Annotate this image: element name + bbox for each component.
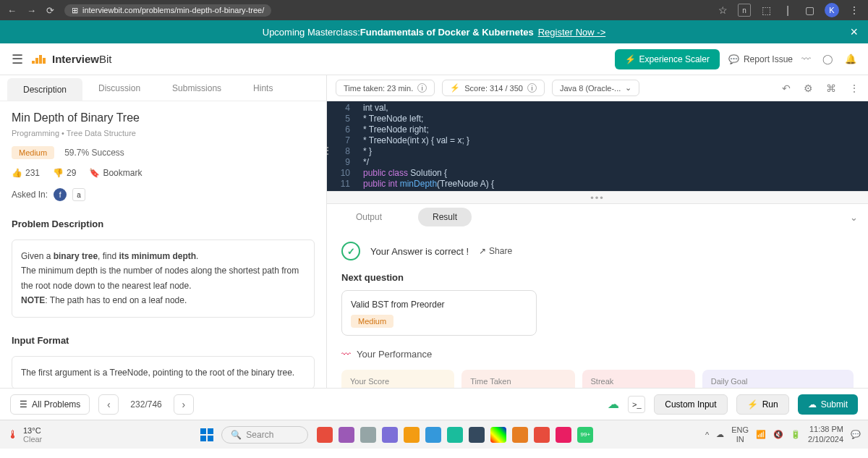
taskbar-brave[interactable] — [512, 427, 528, 443]
activity-icon[interactable]: 〰 — [801, 54, 811, 64]
svg-rect-10 — [200, 436, 206, 441]
clock[interactable]: 11:38 PM2/10/2024 — [808, 425, 843, 444]
extensions-icon[interactable]: ⬚ — [760, 4, 773, 17]
star-icon[interactable]: ☆ — [716, 4, 729, 17]
run-button[interactable]: ⚡Run — [736, 394, 789, 415]
taskbar-badge[interactable]: 99+ — [577, 427, 593, 443]
taskbar-app-2[interactable] — [339, 427, 354, 443]
report-issue-button[interactable]: 💬 Report Issue — [728, 54, 793, 64]
problem-title: Min Depth of Binary Tree — [12, 111, 315, 124]
bookmark-icon: 🔖 — [89, 168, 100, 178]
upvote-button[interactable]: 👍231 — [12, 168, 40, 178]
success-rate: 59.7% Success — [64, 148, 124, 158]
taskbar-app-3[interactable] — [360, 427, 376, 443]
banner-close-icon[interactable]: × — [850, 25, 858, 40]
url-text: interviewbit.com/problems/min-depth-of-b… — [82, 6, 264, 14]
correct-message: Your Answer is correct ! — [370, 246, 469, 257]
experience-label: Experience Scaler — [639, 54, 710, 64]
time-taken-chip: Time taken: 23 min.i — [336, 80, 435, 96]
taskbar-app-4[interactable] — [382, 427, 398, 443]
facebook-icon[interactable]: f — [54, 188, 67, 201]
code-editor[interactable]: 4567891011 int val, * TreeNode left; * T… — [327, 101, 868, 191]
taskbar-search[interactable]: 🔍Search — [221, 426, 308, 444]
svg-rect-3 — [39, 55, 42, 58]
bolt-icon: ⚡ — [450, 83, 460, 93]
code-panel: Time taken: 23 min.i ⚡Score: 314 / 350i … — [327, 75, 868, 388]
settings-icon[interactable]: ⚙ — [804, 82, 813, 94]
svg-rect-8 — [200, 428, 206, 434]
next-difficulty-badge: Medium — [351, 315, 393, 328]
chevron-down-icon[interactable]: ⌄ — [850, 212, 858, 223]
taskbar-app-7[interactable] — [447, 427, 463, 443]
bookmark-button[interactable]: 🔖Bookmark — [89, 168, 142, 178]
logo-text-1: Interview — [52, 53, 99, 65]
tab-result[interactable]: Result — [418, 208, 472, 226]
promo-banner: Upcoming Masterclass: Fundamentals of Do… — [0, 20, 868, 43]
all-problems-button[interactable]: ☰ All Problems — [10, 394, 90, 415]
taskbar-app-10[interactable] — [556, 427, 571, 443]
weather-icon: 🌡 — [7, 428, 19, 441]
tab-hints[interactable]: Hints — [237, 75, 289, 101]
prev-problem-button[interactable]: ‹ — [98, 394, 119, 415]
keyboard-icon[interactable]: ⌘ — [826, 82, 836, 94]
banner-cta-link[interactable]: Register Now -> — [538, 27, 606, 38]
reload-icon[interactable]: ⟳ — [46, 5, 54, 16]
profile-avatar[interactable]: K — [825, 3, 839, 17]
language-select[interactable]: Java 8 (Oracle-...⌄ — [552, 80, 639, 96]
amazon-icon[interactable]: a — [72, 188, 85, 201]
share-button[interactable]: ↗Share — [479, 246, 512, 256]
custom-input-button[interactable]: Custom Input — [654, 394, 727, 415]
url-bar[interactable]: ⊞ interviewbit.com/problems/min-depth-of… — [64, 4, 271, 17]
resize-handle-icon[interactable]: ⋮ — [323, 145, 333, 156]
tab-discussion[interactable]: Discussion — [82, 75, 156, 101]
taskbar-app-6[interactable] — [425, 427, 441, 443]
taskbar-chrome[interactable] — [490, 427, 506, 443]
volume-icon[interactable]: 🔇 — [773, 430, 783, 439]
chat-icon: 💬 — [728, 54, 739, 64]
info-icon[interactable]: i — [417, 83, 427, 93]
tab-output[interactable]: Output — [341, 208, 396, 226]
weather-widget[interactable]: 🌡 13°CClear — [7, 426, 42, 444]
horizontal-resize-handle[interactable]: ••• — [327, 191, 868, 204]
menu-icon[interactable]: ⋮ — [848, 4, 861, 17]
terminal-icon[interactable]: >_ — [628, 396, 645, 413]
sync-icon[interactable]: ☁ — [608, 397, 619, 411]
downvote-button[interactable]: 👎29 — [53, 168, 76, 178]
taskbar-app-9[interactable] — [534, 427, 550, 443]
undo-icon[interactable]: ↶ — [782, 82, 791, 94]
logo-text-2: Bit — [99, 53, 112, 65]
next-problem-button[interactable]: › — [174, 394, 194, 415]
taskbar-app-5[interactable] — [404, 427, 420, 443]
difficulty-badge: Medium — [12, 146, 54, 159]
more-icon[interactable]: ⋮ — [849, 82, 859, 94]
tab-counter[interactable]: n — [738, 4, 751, 17]
tab-description[interactable]: Description — [7, 78, 82, 101]
taskbar-app-1[interactable] — [317, 427, 333, 443]
submit-button[interactable]: ☁Submit — [798, 394, 858, 415]
bolt-icon: ⚡ — [625, 54, 636, 64]
tab-submissions[interactable]: Submissions — [156, 75, 237, 101]
back-icon[interactable]: ← — [7, 5, 17, 16]
app-header: ☰ InterviewBit ⚡ Experience Scaler 💬 Rep… — [0, 43, 868, 75]
tray-chevron-icon[interactable]: ^ — [705, 431, 709, 439]
hamburger-icon[interactable]: ☰ — [12, 51, 23, 67]
input-format-box: The first argument is a TreeNode, pointi… — [12, 356, 315, 388]
start-button[interactable] — [198, 426, 216, 444]
battery-icon[interactable]: 🔋 — [791, 430, 801, 439]
tray-cloud-icon[interactable]: ☁ — [716, 430, 724, 439]
chevron-down-icon: ⌄ — [625, 83, 631, 93]
info-icon[interactable]: i — [527, 83, 537, 93]
forward-icon[interactable]: → — [27, 5, 36, 16]
notifications-icon[interactable]: 💬 — [851, 430, 861, 439]
logo[interactable]: InterviewBit — [32, 53, 112, 65]
wifi-icon[interactable]: 📶 — [756, 430, 766, 439]
experience-scaler-button[interactable]: ⚡ Experience Scaler — [615, 49, 720, 69]
input-format-heading: Input Format — [12, 335, 315, 346]
user-icon[interactable]: ◯ — [822, 54, 833, 64]
bell-icon[interactable]: 🔔 — [845, 54, 856, 64]
problem-panel: Description Discussion Submissions Hints… — [0, 75, 327, 388]
search-icon: 🔍 — [231, 430, 242, 440]
app-icon[interactable]: ▢ — [803, 4, 816, 17]
next-question-card[interactable]: Valid BST from Preorder Medium — [341, 290, 537, 336]
taskbar-app-8[interactable] — [469, 427, 485, 443]
